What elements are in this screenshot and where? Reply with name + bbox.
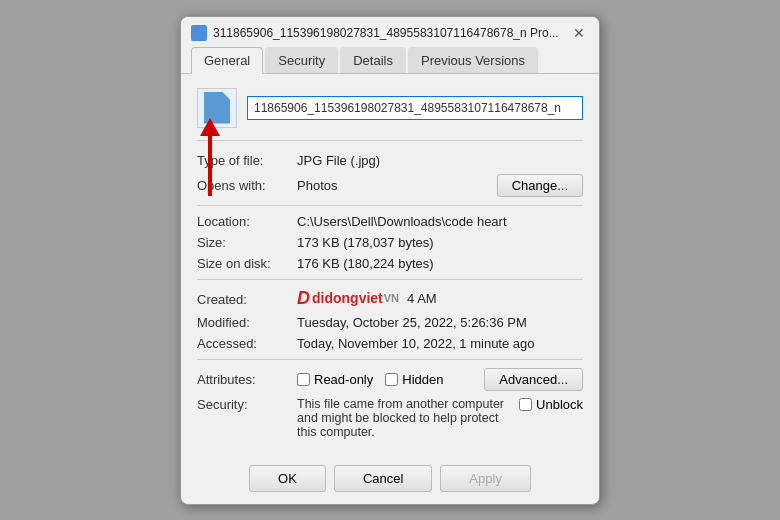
created-row: Created: D didongviet VN 4 AM [197,288,583,309]
opens-value: Photos [297,178,487,193]
dialog-footer: OK Cancel Apply [181,457,599,504]
created-label: Created: [197,292,297,307]
hidden-label: Hidden [402,372,443,387]
opens-label: Opens with: [197,178,297,193]
size-label: Size: [197,235,297,250]
separator-3 [197,359,583,360]
ok-button[interactable]: OK [249,465,326,492]
tab-general[interactable]: General [191,47,263,74]
type-value: JPG File (.jpg) [297,153,583,168]
type-row: Type of file: JPG File (.jpg) [197,153,583,168]
hidden-checkbox-label[interactable]: Hidden [385,372,443,387]
unblock-checkbox[interactable] [519,398,532,411]
unblock-label-text: Unblock [536,397,583,412]
info-grid: Type of file: JPG File (.jpg) Opens with… [197,153,583,439]
separator-2 [197,279,583,280]
tab-previous-versions[interactable]: Previous Versions [408,47,538,73]
readonly-label: Read-only [314,372,373,387]
security-label: Security: [197,397,297,412]
separator-1 [197,205,583,206]
file-icon-shape [204,92,230,124]
file-name-field[interactable]: 11865906_115396198027831_489558310711647… [247,96,583,120]
location-row: Location: C:\Users\Dell\Downloads\code h… [197,214,583,229]
created-value-area: D didongviet VN 4 AM [297,288,437,309]
ddv-text: didongviet [312,290,383,306]
created-value: 4 AM [407,291,437,306]
file-type-icon [197,88,237,128]
opens-with-row: Opens with: Photos Change... [197,174,583,197]
content-area: 11865906_115396198027831_489558310711647… [181,74,599,457]
tab-security[interactable]: Security [265,47,338,73]
hidden-checkbox[interactable] [385,373,398,386]
ddv-logo: D didongviet VN [297,288,399,309]
unblock-checkbox-label[interactable]: Unblock [519,397,583,412]
security-text: This file came from another computer and… [297,397,509,439]
modified-label: Modified: [197,315,297,330]
size-row: Size: 173 KB (178,037 bytes) [197,235,583,250]
apply-button[interactable]: Apply [440,465,531,492]
accessed-row: Accessed: Today, November 10, 2022, 1 mi… [197,336,583,351]
ddv-vn: VN [384,292,399,304]
modified-row: Modified: Tuesday, October 25, 2022, 5:2… [197,315,583,330]
advanced-button[interactable]: Advanced... [484,368,583,391]
accessed-value: Today, November 10, 2022, 1 minute ago [297,336,583,351]
location-value: C:\Users\Dell\Downloads\code heart [297,214,583,229]
size-on-disk-label: Size on disk: [197,256,297,271]
accessed-label: Accessed: [197,336,297,351]
ddv-d-letter: D [297,288,310,309]
attributes-row: Attributes: Read-only Hidden Advanced... [197,368,583,391]
readonly-checkbox[interactable] [297,373,310,386]
cancel-button[interactable]: Cancel [334,465,432,492]
file-header: 11865906_115396198027831_489558310711647… [197,88,583,141]
properties-dialog: 311865906_115396198027831_48955831071164… [180,16,600,505]
size-on-disk-row: Size on disk: 176 KB (180,224 bytes) [197,256,583,271]
type-label: Type of file: [197,153,297,168]
dialog-icon [191,25,207,41]
title-bar: 311865906_115396198027831_48955831071164… [181,17,599,41]
size-on-disk-value: 176 KB (180,224 bytes) [297,256,583,271]
readonly-checkbox-label[interactable]: Read-only [297,372,373,387]
modified-value: Tuesday, October 25, 2022, 5:26:36 PM [297,315,583,330]
security-row: Security: This file came from another co… [197,397,583,439]
tab-details[interactable]: Details [340,47,406,73]
location-label: Location: [197,214,297,229]
change-button[interactable]: Change... [497,174,583,197]
close-button[interactable]: ✕ [569,26,589,40]
title-bar-text: 311865906_115396198027831_48955831071164… [213,26,569,40]
attributes-label: Attributes: [197,372,297,387]
size-value: 173 KB (178,037 bytes) [297,235,583,250]
tab-bar: General Security Details Previous Versio… [181,41,599,74]
